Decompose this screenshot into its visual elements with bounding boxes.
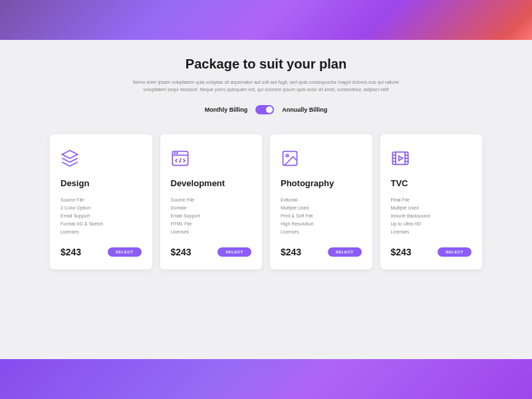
feature-item: Include Backsound [391,212,472,220]
plan-price: $243 [171,247,192,257]
toggle-knob [266,106,273,113]
feature-list: Source File Domain Email Support HTML Fi… [171,196,252,235]
feature-item: Up to Ultra HD [391,220,472,228]
feature-item: Source File [171,196,252,204]
feature-item: Licenses [171,228,252,236]
pricing-section: Package to suit your plan Nemo enim ipsa… [0,0,532,269]
feature-list: Final File Multiple Used Include Backsou… [391,196,472,235]
billing-toggle-row: Monthly Billing Annually Billing [33,105,499,114]
feature-item: HTML File [171,220,252,228]
feature-item: Email Support [61,212,142,220]
background-bottom [0,359,532,399]
select-button[interactable]: SELECT [217,247,251,257]
plan-card-photography: Photography Editorial Multiple Used Prin… [270,134,372,269]
feature-item: Source File [61,196,142,204]
billing-toggle[interactable] [255,105,274,114]
feature-item: Licenses [391,228,472,236]
feature-item: 2 Color Option [61,204,142,212]
select-button[interactable]: SELECT [108,247,142,257]
select-button[interactable]: SELECT [438,247,471,257]
layers-icon [61,149,79,168]
feature-item: Domain [171,204,252,212]
monthly-label: Monthly Billing [205,106,248,113]
feature-item: Print & Soft File [281,212,362,220]
feature-item: Email Support [171,212,252,220]
card-footer: $243 SELECT [391,247,472,257]
plan-title: TVC [391,178,472,188]
feature-item: Multiple Used [281,204,362,212]
plan-price: $243 [61,247,81,257]
svg-point-3 [174,153,175,154]
plan-price: $243 [391,247,412,257]
film-icon [391,149,410,168]
section-title: Package to suit your plan [33,57,499,72]
plan-title: Photography [281,178,362,188]
card-footer: $243 SELECT [171,247,252,257]
feature-item: Editorial [281,196,362,204]
feature-list: Source File 2 Color Option Email Support… [61,196,142,235]
feature-item: Final File [391,196,472,204]
svg-line-5 [179,158,180,163]
plan-card-tvc: TVC Final File Multiple Used Include Bac… [380,134,483,269]
card-footer: $243 SELECT [61,247,142,257]
plan-title: Development [171,178,252,188]
pricing-cards: Design Source File 2 Color Option Email … [33,134,499,269]
card-footer: $243 SELECT [281,247,362,257]
feature-list: Editorial Multiple Used Print & Soft Fil… [281,196,362,235]
plan-price: $243 [281,247,301,257]
image-icon [281,149,299,168]
plan-card-development: Development Source File Domain Email Sup… [160,134,263,269]
code-window-icon [171,149,190,168]
select-button[interactable]: SELECT [328,247,362,257]
plan-card-design: Design Source File 2 Color Option Email … [50,134,152,269]
feature-item: High Resolution [281,220,362,228]
plan-title: Design [61,178,142,188]
feature-item: Format XD & Sketch [61,220,142,228]
svg-marker-0 [62,151,77,159]
feature-item: Licenses [281,228,362,236]
svg-point-4 [176,153,177,154]
svg-marker-17 [398,156,402,161]
svg-point-7 [286,155,289,158]
section-subtitle: Nemo enim ipsam voluptatem quia voluptas… [126,78,406,93]
feature-item: Licenses [61,228,142,236]
annually-label: Annually Billing [282,106,327,113]
feature-item: Multiple Used [391,204,472,212]
